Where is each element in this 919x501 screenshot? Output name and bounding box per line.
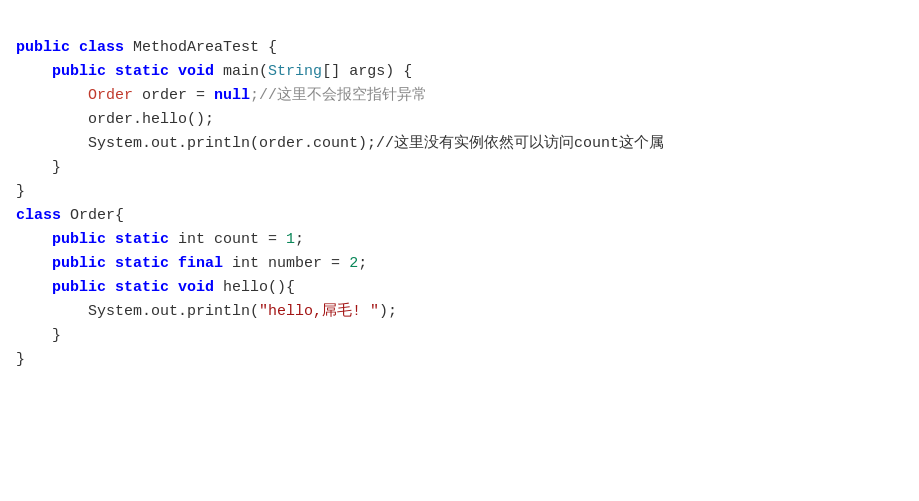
code-line: public static void hello(){	[16, 276, 903, 300]
code-line: public static final int number = 2;	[16, 252, 903, 276]
code-line: }	[16, 180, 903, 204]
code-line: }	[16, 156, 903, 180]
code-line: class Order{	[16, 204, 903, 228]
code-editor: public class MethodAreaTest { public sta…	[0, 8, 919, 376]
code-line: order.hello();	[16, 108, 903, 132]
code-line: System.out.println("hello,屌毛! ");	[16, 300, 903, 324]
code-line: }	[16, 324, 903, 348]
code-line: System.out.println(order.count);//这里没有实例…	[16, 132, 903, 156]
code-line: public class MethodAreaTest {	[16, 36, 903, 60]
code-line: Order order = null;//这里不会报空指针异常	[16, 84, 903, 108]
code-line: public static int count = 1;	[16, 228, 903, 252]
code-line: }	[16, 348, 903, 372]
code-line: public static void main(String[] args) {	[16, 60, 903, 84]
